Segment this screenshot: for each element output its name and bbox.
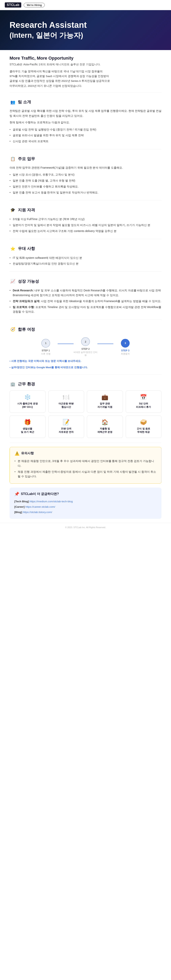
joining-process-title: 합류 여정 (18, 327, 35, 332)
list-item: 일본 진출 전략 보고서 등을 한국어 및 일본어로 작성하거나 번역해요. (10, 190, 161, 196)
more-info-header: 📌 STCLab이 더 궁금하다면? (14, 492, 157, 496)
joining-icon: 🧭 (10, 326, 16, 332)
env-title-7: 간식 및 음료무제한 제공 (128, 427, 159, 434)
env-icon-3: 📅 (128, 394, 159, 401)
growth-section: 📈 성장 가능성 Desk Research: 내부 및 외부 소스를 사용하여… (10, 272, 161, 320)
env-icon-0: ❄️ (12, 394, 43, 401)
env-icon-1: 🍽️ (51, 394, 82, 401)
step-1-sublabel: 서류 전형 (41, 352, 50, 355)
joining-process-section: 🧭 합류 여정 1 STEP 1 서류 전형 2 STEP 2 비대면 실무/영… (10, 320, 161, 375)
tasks-icon: 📋 (10, 156, 16, 162)
step-2-sublabel: 비대면 실무/영면인 인터뷰 (74, 351, 97, 357)
qualifications-header: 🎓 지원 자격 (10, 207, 161, 213)
step-2-circle: 2 (81, 337, 90, 346)
list-item: 컨설팅팀/경영기획실/스타트업 인턴 경험이 있으신 분 (10, 261, 161, 267)
step-1-label: STEP 1 (42, 349, 50, 352)
list-item: 팀 프로젝트 수행: 프로젝트 Timeline 관리 및 요사항당 마라 팀 … (10, 304, 161, 315)
env-icon-2: 💼 (89, 394, 120, 401)
env-card-1: 🍽️ 야근운동 90분협심시간 (48, 390, 84, 413)
info-link-0-url[interactable]: https://medium.com/stclab-tech-blog (30, 500, 73, 503)
list-item: Desk Research: 내부 및 외부 소스를 사용하여 독립적인 Des… (10, 288, 161, 298)
step-connector-1 (58, 344, 74, 344)
env-icon-7: 🥪 (128, 419, 159, 425)
step-1: 1 STEP 1 서류 전형 (34, 339, 58, 355)
list-item: 일본 진출 전략 도출 (제품 별, 고객사 유형 별 전략) (10, 178, 161, 184)
step-2-label: STEP 2 (82, 348, 89, 350)
tagline-body: 클라우드 기술 영역에서의 혁신을 바탕으로 국내 기날 대기업 시장 점유율의… (10, 69, 161, 88)
growth-header: 📈 성장 가능성 (10, 278, 161, 285)
env-card-2: 💼 업무 관련자기개발 지원 (87, 390, 123, 413)
info-link-2[interactable]: [Blog] https://stclab.tistory.com/ (14, 509, 157, 515)
growth-list: Desk Research: 내부 및 외부 소스를 사용하여 독립적인 Des… (10, 288, 161, 315)
env-title-0: 시차 출퇴근제 운영(08~10시) (12, 402, 43, 409)
team-intro-list: 글로벌 사업 전략 및 실행방안 수립 (중장기 전략 / 국가별 진입 전략)… (10, 127, 161, 145)
info-link-1-url[interactable]: https://career.stclab.com/ (26, 505, 55, 508)
more-info-links: [Tech Blog] https://medium.com/stclab-te… (14, 499, 157, 515)
footer: © 2023. STCLab Inc. All Rights Reserved. (0, 523, 171, 532)
qualifications-section: 🎓 지원 자격 3개월 이상 FullTime 근무가 가능하신 분 (학부 3… (10, 200, 161, 239)
env-card-6: 🏠 자율형 및재택근무 운영 (87, 415, 123, 438)
work-env-icon: 🏢 (10, 381, 16, 387)
list-item: 전략 수립에 필요한 논리적 사고력과 구조화 가된 contents deli… (10, 228, 161, 234)
preferred-icon: ⭐ (10, 245, 16, 252)
env-card-5: 📝 15분 단위자유로운 연차 (48, 415, 84, 438)
steps-row: 1 STEP 1 서류 전형 2 STEP 2 비대면 실무/영면인 인터뷰 3… (10, 337, 161, 357)
info-link-1[interactable]: [Career] https://career.stclab.com/ (14, 504, 157, 509)
logo: STCLab (5, 2, 21, 8)
growth-title: 성장 가능성 (18, 278, 39, 284)
list-item: IT 및 B2B system software에 대한 배경지식이 있으신 분 (10, 255, 161, 261)
preferred-list: IT 및 B2B system software에 대한 배경지식이 있으신 분… (10, 255, 161, 267)
team-icon: 👥 (10, 99, 16, 105)
main-content: More Traffic, More Opportunity STCLab은 A… (0, 50, 171, 519)
work-env-grid: ❄️ 시차 출퇴근제 운영(08~10시) 🍽️ 야근운동 90분협심시간 💼 … (10, 390, 161, 438)
list-item: 전략 프레임워크 설계: 사업 전략 수립을 위한 Ideation을 자유롭게… (10, 298, 161, 304)
info-icon: 📌 (14, 492, 19, 496)
list-item: 글로벌 파트너사 발굴을 위한 투자 유치 및 사업 제휴 전략 (10, 132, 161, 138)
hero-section: Research Assistant (Intern, 일본어 가능자) (0, 10, 171, 50)
step-connector-2 (97, 344, 113, 344)
env-card-3: 📅 3년 단위리프레시 휴가 (126, 390, 161, 413)
tagline-desc: STCLab은 Asia-Pacific 1위의 트래픽 매니지먼트 솔루션 전… (10, 63, 161, 66)
joining-process-header: 🧭 합류 여정 (10, 326, 161, 332)
qualifications-list: 3개월 이상 FullTime 근무가 가능하신 분 (학부 3학년 이상) 일… (10, 216, 161, 234)
info-link-2-url[interactable]: https://stclab.tistory.com/ (23, 511, 52, 514)
list-item: 본 채용은 채용형 인턴으로, 3개월 후 우수 성과자에 대해서 광정인 인터… (14, 458, 157, 469)
step-note-2: • 실무/영면인 인터뷰는 Google Meet를 통해 비대면으로 진행됩니… (10, 366, 161, 370)
env-card-0: ❄️ 시차 출퇴근제 운영(08~10시) (10, 390, 46, 413)
preferred-title: 우대 사항 (18, 246, 35, 251)
env-title-6: 자율형 및재택근무 운영 (89, 427, 120, 434)
info-link-0[interactable]: [Tech Blog] https://medium.com/stclab-te… (14, 499, 157, 504)
work-env-title: 근무 환경 (18, 381, 35, 387)
caution-title: 유의사항 (21, 451, 34, 455)
step-3: 3 STEP 3 최종합격 (113, 339, 137, 355)
team-intro-title: 팀 소개 (18, 99, 31, 105)
footer-text: © 2023. STCLab Inc. All Rights Reserved. (65, 526, 106, 528)
main-tasks-intro: 아래 전략 업무와 관련된 Framework(가설)을 검증하기 위해 필요한… (10, 165, 161, 170)
hiring-badge: We're Hiring (24, 3, 45, 7)
more-info-title: STCLab이 더 궁금하다면? (21, 492, 59, 496)
env-icon-5: 📝 (51, 419, 82, 425)
list-item: 일본 시장 조사 (경쟁사, 유통구조, 고객사 및 분석) (10, 172, 161, 178)
work-env-header: 🏢 근무 환경 (10, 381, 161, 387)
list-item: 일본어가 언어적 및 일에서 분석 작업에 필요할 정도의 비즈니스 레벨 이상… (10, 222, 161, 228)
tagline-title: More Traffic, More Opportunity (10, 56, 161, 61)
work-env-section: 🏢 근무 환경 ❄️ 시차 출퇴근제 운영(08~10시) 🍽️ 야근운동 90… (10, 375, 161, 443)
main-tasks-section: 📋 주요 업무 아래 전략 업무와 관련된 Framework(가설)을 검증하… (10, 150, 161, 200)
preferred-header: ⭐ 우대 사항 (10, 245, 161, 252)
step-note-1: • 서류 전형에는 국문 이력서와 또는 영문 이력서를 보내주세요. (10, 359, 161, 363)
more-info-section: 📌 STCLab이 더 궁금하다면? [Tech Blog] https://m… (10, 488, 161, 519)
list-item: 신사업 관련 국내외 프로젝트 (10, 138, 161, 145)
team-intro-header: 👥 팀 소개 (10, 99, 161, 105)
main-tasks-title: 주요 업무 (18, 156, 35, 161)
env-title-3: 3년 단위리프레시 휴가 (128, 402, 159, 409)
env-title-5: 15분 단위자유로운 연차 (51, 427, 82, 434)
caution-header: ⚠️ 유의사항 (14, 451, 157, 456)
growth-icon: 📈 (10, 278, 16, 285)
env-title-2: 업무 관련자기개발 지원 (89, 402, 120, 409)
list-item: 글로벌 사업 전략 및 실행방안 수립 (중장기 전략 / 국가별 진입 전략) (10, 127, 161, 133)
team-intro-body: 전략팀은 글로벌 사업 확대를 위한 사업 전략 수립, 투자 유치 및 사업 … (10, 108, 161, 118)
step-1-circle: 1 (42, 339, 50, 348)
step-3-label: STEP 3 (121, 349, 129, 352)
qualifications-title: 지원 자격 (18, 207, 35, 213)
main-tasks-list: 일본 시장 조사 (경쟁사, 유통구조, 고객사 및 분석) 일본 진출 전략 … (10, 172, 161, 196)
